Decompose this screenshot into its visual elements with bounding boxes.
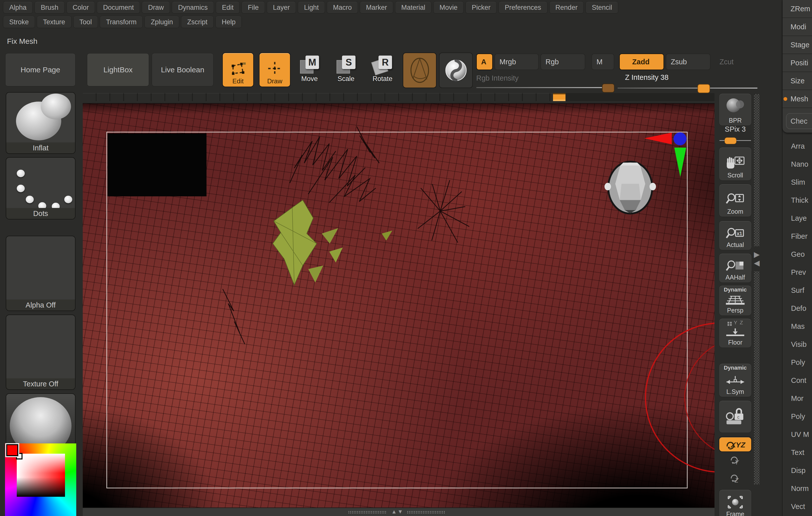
subpalette-arra-0[interactable]: Arra: [783, 137, 812, 155]
sculpt-zsub-toggle[interactable]: Zsub: [666, 54, 710, 70]
current-alpha-tile[interactable]: Alpha Off: [6, 236, 76, 311]
panel-row-mesh[interactable]: Mesh: [783, 90, 812, 108]
aahalf-button[interactable]: AAHalf: [719, 253, 752, 283]
rotate-y-button[interactable]: Y: [719, 454, 752, 467]
sculpt-viewport[interactable]: [83, 103, 715, 508]
menu-zplugin[interactable]: Zplugin: [145, 16, 179, 28]
menu-document[interactable]: Document: [97, 1, 140, 13]
z-intensity-slider[interactable]: [617, 88, 757, 88]
menu-material[interactable]: Material: [395, 1, 432, 13]
menu-macro[interactable]: Macro: [327, 1, 358, 13]
subpalette-disp-18[interactable]: Disp: [783, 461, 812, 480]
menu-stroke[interactable]: Stroke: [3, 16, 35, 28]
subpalette-visib-11[interactable]: Visib: [783, 335, 812, 353]
axis-gizmo[interactable]: [644, 132, 687, 177]
menu-preferences[interactable]: Preferences: [498, 1, 548, 13]
floor-axis-x-icon[interactable]: [727, 322, 729, 324]
subpalette-norm-19[interactable]: Norm: [783, 480, 812, 497]
menu-zscript[interactable]: Zscript: [181, 16, 214, 28]
paint-mrgb-toggle[interactable]: Mrgb: [494, 54, 539, 70]
current-material-button[interactable]: [439, 53, 473, 88]
bpr-render-button[interactable]: BPR: [719, 93, 752, 126]
frame-button[interactable]: Frame: [719, 489, 752, 516]
rotate-z-button[interactable]: Z: [719, 471, 752, 485]
edit-mode-button[interactable]: Edit: [222, 53, 254, 87]
panel-row-size[interactable]: Size: [783, 72, 812, 90]
subpalette-poly-12[interactable]: Poly: [783, 353, 812, 371]
tray-toggle-up-icon[interactable]: ▲: [391, 509, 398, 515]
menu-stencil[interactable]: Stencil: [585, 1, 618, 13]
color-picker[interactable]: [5, 443, 76, 516]
menu-texture[interactable]: Texture: [37, 16, 71, 28]
home-page-button[interactable]: Home Page: [5, 53, 76, 86]
subpalette-prev-7[interactable]: Prev: [783, 263, 812, 281]
tray-expand-icon[interactable]: ▶: [754, 250, 759, 259]
live-boolean-button[interactable]: Live Boolean: [152, 53, 213, 86]
menu-marker[interactable]: Marker: [360, 1, 393, 13]
rotate-xyz-button[interactable]: XYZ: [719, 436, 752, 452]
subpalette-fiber-5[interactable]: Fiber: [783, 227, 812, 245]
panel-row-stage[interactable]: Stage: [783, 36, 812, 54]
scale-mode-button[interactable]: S Scale: [332, 56, 359, 83]
current-brush-tile[interactable]: Inflat: [6, 92, 76, 154]
sculpt-zcut-toggle[interactable]: Zcut: [715, 54, 748, 70]
menu-draw[interactable]: Draw: [142, 1, 170, 13]
menu-alpha[interactable]: Alpha: [3, 1, 33, 13]
timeline-bar[interactable]: [83, 93, 715, 101]
paint-m-toggle[interactable]: M: [591, 54, 614, 70]
menu-tool[interactable]: Tool: [73, 16, 98, 28]
spix-knob[interactable]: [725, 137, 736, 144]
menu-color[interactable]: Color: [66, 1, 95, 13]
menu-movie[interactable]: Movie: [433, 1, 464, 13]
subpalette-vect-20[interactable]: Vect: [783, 497, 812, 516]
subpalette-text-17[interactable]: Text: [783, 443, 812, 461]
subpalette-poly-15[interactable]: Poly: [783, 407, 812, 426]
panel-row-modi[interactable]: Modi: [783, 18, 812, 36]
subpalette-mor-14[interactable]: Mor: [783, 389, 812, 407]
subpalette-thick-3[interactable]: Thick: [783, 191, 812, 209]
subpalette-geo-6[interactable]: Geo: [783, 245, 812, 263]
draw-mode-button[interactable]: Draw: [259, 53, 290, 87]
menu-dynamics[interactable]: Dynamics: [172, 1, 214, 13]
right-tray-divider[interactable]: [754, 94, 759, 485]
current-stroke-tile[interactable]: Dots: [6, 157, 76, 219]
actual-size-button[interactable]: x1 Actual: [719, 221, 752, 250]
paint-a-toggle[interactable]: A: [476, 54, 493, 70]
subpalette-laye-4[interactable]: Laye: [783, 209, 812, 227]
rgb-intensity-slider[interactable]: [476, 87, 611, 88]
bottom-tray-divider[interactable]: ▲▼: [83, 508, 715, 516]
floor-axis-toggles[interactable]: Y Z: [727, 320, 743, 326]
paint-rgb-toggle[interactable]: Rgb: [541, 54, 585, 70]
axis-y-arrow[interactable]: [674, 147, 686, 177]
saturation-value-square[interactable]: [17, 454, 65, 497]
menu-brush[interactable]: Brush: [34, 1, 65, 13]
move-mode-button[interactable]: M Move: [296, 56, 323, 83]
local-symmetry-button[interactable]: Dynamic L.Sym: [719, 363, 752, 397]
camera-lock-button[interactable]: c: [719, 400, 752, 433]
menu-picker[interactable]: Picker: [465, 1, 497, 13]
menu-light[interactable]: Light: [298, 1, 325, 13]
zoom-button[interactable]: Zoom: [719, 184, 752, 217]
axis-z-dot[interactable]: [673, 132, 687, 145]
subpalette-surf-8[interactable]: Surf: [783, 281, 812, 299]
rotate-mode-button[interactable]: R Rotate: [369, 56, 396, 83]
lightbox-button[interactable]: LightBox: [87, 53, 149, 86]
current-brush-button[interactable]: [403, 53, 436, 88]
panel-row-positi[interactable]: Positi: [783, 54, 812, 72]
floor-axis-z-toggle[interactable]: Z: [740, 320, 743, 326]
axis-x-arrow[interactable]: [644, 133, 672, 144]
check-mesh-button[interactable]: Chec: [786, 113, 812, 129]
subpalette-cont-13[interactable]: Cont: [783, 371, 812, 389]
divider-grip-right[interactable]: [407, 511, 445, 514]
menu-file[interactable]: File: [241, 1, 265, 13]
menu-transform[interactable]: Transform: [100, 16, 143, 28]
sculpt-zadd-toggle[interactable]: Zadd: [619, 54, 664, 70]
panel-row-zrem[interactable]: ZRem: [783, 0, 812, 18]
subpalette-nano-1[interactable]: Nano: [783, 155, 812, 173]
floor-axis-y-toggle[interactable]: Y: [734, 320, 737, 326]
menu-layer[interactable]: Layer: [267, 1, 296, 13]
current-color-swatch[interactable]: [6, 444, 18, 456]
menu-edit[interactable]: Edit: [216, 1, 240, 13]
subpalette-mas-10[interactable]: Mas: [783, 317, 812, 335]
divider-grip-left[interactable]: [348, 511, 386, 514]
